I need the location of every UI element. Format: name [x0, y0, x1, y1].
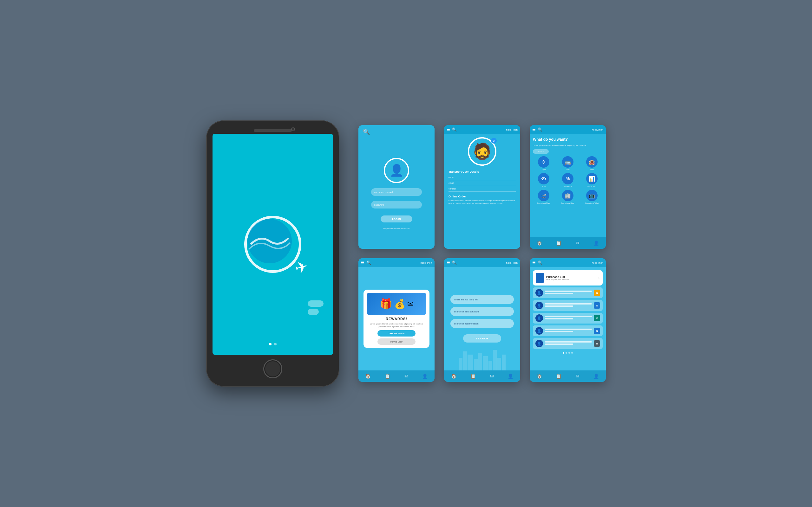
list-line-5a — [545, 341, 592, 343]
search-nav-user[interactable]: 👤 — [508, 374, 513, 379]
profile-menu-icon[interactable]: ☰ — [447, 127, 450, 132]
search-nav-home[interactable]: 🏠 — [451, 374, 456, 379]
profile-field-contact: contact — [449, 186, 516, 192]
icon-cell-hotel[interactable]: 🏨 Hotel — [581, 156, 603, 170]
purchase-list-item-4[interactable]: 👤 22 — [533, 326, 603, 336]
phone-home-button[interactable] — [263, 359, 282, 378]
purchase-menu-icon[interactable]: ☰ — [532, 261, 536, 265]
train-label: Train — [566, 169, 569, 170]
purchase-list-item-2[interactable]: 👤 13 — [533, 300, 603, 311]
nav-user-icon[interactable]: 👤 — [594, 240, 599, 245]
login-content: 👤 username or email password LOG IN Forg… — [358, 138, 435, 249]
rewards-menu-icon[interactable]: ☰ — [361, 261, 364, 265]
phone-wrapper: ✈ — [206, 120, 339, 387]
search-nav-mail[interactable]: ✉ — [490, 374, 494, 379]
profile-section-title: Transport User Details — [449, 170, 516, 173]
icon-cell-flight[interactable]: ✈ Flight — [533, 156, 554, 170]
icon-cell-intl-ticket[interactable]: 📺 International Ticket — [581, 190, 603, 204]
rewards-search-icon[interactable]: 🔍 — [366, 261, 371, 265]
profile-content: 🧔 2 Transport User Details name email co… — [444, 134, 520, 249]
rewards-nav-list[interactable]: 📋 — [385, 374, 390, 379]
username-input[interactable]: username or email — [371, 188, 422, 196]
profile-order-text: Lorem ipsum dolor sit amet consectetur a… — [449, 199, 516, 205]
nav-list-icon[interactable]: 📋 — [556, 240, 561, 245]
purchase-card-sub: Here all your past purchase — [546, 279, 569, 280]
purchase-list-item-1[interactable]: 👤 02 — [533, 287, 603, 298]
phone-camera — [291, 127, 295, 131]
search-menu-icon[interactable]: ☰ — [447, 261, 450, 265]
list-line-2b — [545, 305, 573, 307]
search-nav-list[interactable]: 📋 — [470, 374, 476, 379]
home-search-icon[interactable]: 🔍 — [538, 127, 542, 132]
main-container: ✈ 🔍 👤 — [187, 101, 625, 406]
promo-label: Promotions — [564, 185, 571, 187]
icon-cell-train[interactable]: 🚌 Train — [557, 156, 578, 170]
intl-flight-label: International Flight — [537, 202, 550, 204]
purchase-header: ☰ 🔍 hello_jhon — [530, 258, 606, 267]
list-line-4b — [545, 331, 573, 332]
mockup-home: ☰ 🔍 hello, jhon What do you want? Lorem … — [530, 125, 606, 249]
splash-clouds — [308, 300, 323, 317]
icon-cell-intl-flight[interactable]: 🛫 International Flight — [533, 190, 554, 204]
mockup-profile: ☰ 🔍 hello, jhon 🧔 2 Transport User Detai… — [444, 125, 520, 249]
login-button[interactable]: LOG IN — [380, 216, 412, 222]
search-header-icon[interactable]: 🔍 — [452, 261, 457, 265]
mockups-grid: 🔍 👤 username or email password LOG IN Fo… — [358, 125, 606, 382]
home-menu-icon[interactable]: ☰ — [532, 127, 536, 132]
search-button[interactable]: SEARCH — [463, 334, 501, 343]
purchase-content: Purchase List Here all your past purchas… — [530, 267, 606, 371]
purchase-search-icon[interactable]: 🔍 — [538, 261, 542, 265]
intl-ticket-label: International Ticket — [585, 202, 599, 204]
profile-avatar-img: 🧔 — [472, 142, 492, 161]
nav-mail-icon[interactable]: ✉ — [576, 240, 579, 245]
list-avatar-2: 👤 — [536, 302, 543, 309]
search-transport-input[interactable]: search for transportations — [450, 307, 514, 316]
forgot-text[interactable]: Forgot username or password? — [383, 228, 409, 229]
search-header: ☰ 🔍 hello, jhon — [444, 258, 520, 267]
search-accomodation-input[interactable]: search for accomodation — [450, 319, 514, 328]
list-avatar-4: 👤 — [536, 327, 543, 335]
home-content: What do you want? Lorem ipsum dolor sit … — [530, 134, 606, 237]
purchase-nav-user[interactable]: 👤 — [594, 374, 599, 379]
icon-cell-budget[interactable]: 📊 Budget Track — [581, 173, 603, 187]
purchase-list-item-5[interactable]: 👤 28 — [533, 338, 603, 349]
mockup-purchase: ☰ 🔍 hello_jhon Purchase List Here all yo… — [530, 258, 606, 382]
rewards-nav-mail[interactable]: ✉ — [404, 374, 408, 379]
rewards-take-me-btn[interactable]: Take Me There! — [377, 330, 415, 337]
home-subtitle: Lorem ipsum dolor sit amet consectetur a… — [533, 144, 603, 147]
rewards-title: REWARDS! — [386, 317, 407, 321]
login-logo-icon: 🔍 — [363, 128, 370, 135]
rewards-maybe-later-btn[interactable]: Maybe Later — [377, 338, 415, 345]
list-line-3b — [545, 318, 573, 320]
purchase-nav-home[interactable]: 🏠 — [537, 374, 542, 379]
purchase-nav-list[interactable]: 📋 — [556, 374, 561, 379]
profile-search-icon[interactable]: 🔍 — [452, 127, 457, 132]
rewards-nav-user[interactable]: 👤 — [422, 374, 427, 379]
rewards-nav-home[interactable]: 🏠 — [365, 374, 371, 379]
search-destination-input[interactable]: where are you going to? — [450, 295, 514, 304]
pdot-3 — [568, 352, 570, 354]
intl-flight-icon: 🛫 — [538, 190, 549, 201]
icon-cell-ticket[interactable]: 🎟 Ticket — [533, 173, 554, 187]
icon-cell-promo[interactable]: % Promotions — [557, 173, 578, 187]
purchase-nav-mail[interactable]: ✉ — [576, 374, 579, 379]
purchase-bottom-nav: 🏠 📋 ✉ 👤 — [530, 371, 606, 382]
rewards-bottom-nav: 🏠 📋 ✉ 👤 — [358, 371, 435, 382]
icon-cell-intl-hotel[interactable]: 🏢 International Hotel — [557, 190, 578, 204]
list-badge-5: 28 — [594, 340, 600, 347]
nav-home-icon[interactable]: 🏠 — [537, 240, 542, 245]
password-input[interactable]: password — [371, 201, 422, 209]
purchase-greeting: hello_jhon — [592, 262, 603, 264]
list-text-5 — [545, 341, 592, 346]
purchase-list-item-3[interactable]: 👤 16 — [533, 313, 603, 324]
flight-icon: ✈ — [538, 156, 549, 168]
rewards-text: Lorem ipsum dolor sit amet consectetur a… — [367, 323, 426, 328]
list-badge-3: 16 — [594, 315, 600, 321]
budget-icon: 📊 — [586, 173, 598, 184]
hotel-label: Hotel — [590, 169, 594, 170]
home-icon-grid: ✈ Flight 🚌 Train 🏨 Hotel 🎟 Ticket — [533, 156, 603, 204]
home-bottom-nav: 🏠 📋 ✉ 👤 — [530, 237, 606, 249]
building-8 — [493, 350, 497, 371]
home-details-btn[interactable]: DETAILS — [533, 149, 549, 154]
rewards-header: ☰ 🔍 hello, jhon — [358, 258, 435, 267]
